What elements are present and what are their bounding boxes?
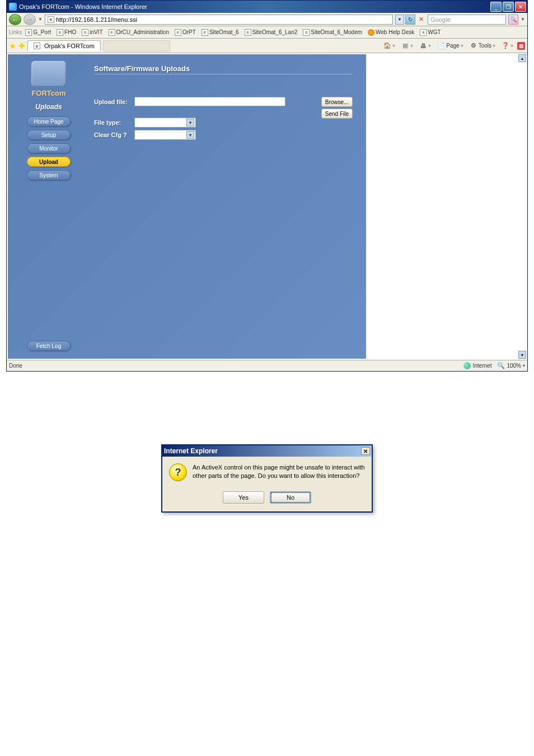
link-item[interactable]: Web Help Desk [366,28,416,37]
minimize-button[interactable]: _ [490,2,502,12]
refresh-button[interactable]: ↻ [405,15,415,25]
file-type-select[interactable]: Application ▾ [134,118,196,128]
add-favorites-icon[interactable]: ✚ [18,41,25,50]
send-file-button[interactable]: Send File [321,109,353,119]
search-placeholder: Google [430,16,450,23]
clear-cfg-value: No [136,132,144,138]
nav-fetchlog[interactable]: Fetch Log [27,341,71,351]
scroll-down-button[interactable]: ▾ [518,351,526,359]
link-item[interactable]: eFHO [54,28,78,37]
app-body: FORTcom Uploads Home Page Setup Monitor … [8,54,366,359]
section-header: Uploads [35,103,62,111]
search-input[interactable]: Google [428,15,506,25]
scroll-up-button[interactable]: ▴ [518,54,526,62]
links-label: Links [9,29,22,35]
help-square-icon[interactable]: ▦ [517,42,525,50]
maximize-button[interactable]: ❐ [503,2,514,12]
url-text: http://192.168.1.211/menu.ssi [56,16,137,23]
warning-icon: ? [169,463,187,481]
brand-label: FORTcom [31,89,65,97]
feed-button[interactable]: ▦▾ [399,41,415,51]
no-button[interactable]: No [270,491,311,504]
link-item[interactable]: eSiteOmat_6_Lan2 [242,28,300,37]
new-tab-button[interactable] [103,40,170,51]
upload-file-input[interactable] [134,97,285,106]
tab-active[interactable]: e Orpak's FORTcom [27,40,101,51]
upload-file-label: Upload file: [94,98,134,105]
window-title: Orpak's FORTcom - Windows Internet Explo… [19,3,147,10]
status-text: Done [9,363,22,369]
favorites-star-icon[interactable]: ★ [9,41,16,50]
home-button[interactable]: 🏠▾ [381,41,397,51]
tab-label: Orpak's FORTcom [44,43,95,49]
zoom-control[interactable]: 🔍 100% ▾ [497,362,525,369]
link-item[interactable]: eSiteOmat_6 [199,28,241,37]
nav-history-dropdown[interactable]: ▼ [38,17,43,22]
panel-title: Software/Firmware Uploads [94,64,353,74]
main-panel: Software/Firmware Uploads Upload file: F… [85,59,362,354]
file-type-label: File type: [94,119,134,126]
nav-home[interactable]: Home Page [27,116,71,126]
sidebar: FORTcom Uploads Home Page Setup Monitor … [12,59,85,354]
address-bar: ← → ▼ e http://192.168.1.211/menu.ssi ▾ … [7,13,527,26]
tab-page-icon: e [34,43,40,49]
close-button[interactable]: ✕ [515,2,526,12]
nav-system[interactable]: System [27,170,71,180]
link-item[interactable]: einVIT [79,28,105,37]
browser-window: Orpak's FORTcom - Windows Internet Explo… [6,0,528,372]
nav-upload[interactable]: Upload [27,157,71,167]
file-type-value: Application [136,119,170,126]
tab-bar: ★ ✚ e Orpak's FORTcom 🏠▾ ▦▾ 🖶▾ 📄Page▾ ⚙T… [7,39,527,53]
address-input[interactable]: e http://192.168.1.211/menu.ssi [45,15,393,25]
dialog-message: An ActiveX control on this page might be… [193,463,365,480]
tools-menu[interactable]: ⚙Tools▾ [467,41,498,51]
chevron-down-icon: ▾ [186,119,194,126]
page-content: FORTcom Uploads Home Page Setup Monitor … [7,53,527,360]
address-dropdown[interactable]: ▾ [395,15,404,25]
security-zone: Internet [463,362,492,369]
clear-cfg-select[interactable]: No ▾ [134,130,196,140]
page-icon: e [48,16,54,23]
nav-monitor[interactable]: Monitor [27,143,71,153]
title-bar: Orpak's FORTcom - Windows Internet Explo… [7,1,527,13]
logo-icon [31,61,66,87]
link-item[interactable]: eWGT [418,28,443,37]
print-button[interactable]: 🖶▾ [417,41,433,51]
status-bar: Done Internet 🔍 100% ▾ [7,360,527,371]
help-menu[interactable]: ❓▾ [499,41,516,51]
link-item[interactable]: eOrPT [172,28,198,37]
search-button[interactable]: 🔍 [508,15,518,25]
content-whitespace [367,53,527,360]
activex-dialog: Internet Explorer ✕ ? An ActiveX control… [161,444,373,513]
internet-zone-icon [463,362,471,369]
forward-button[interactable]: → [24,14,36,25]
clear-cfg-label: Clear Cfg ? [94,132,134,138]
chevron-down-icon: ▾ [186,131,194,139]
nav-setup[interactable]: Setup [27,130,71,140]
yes-button[interactable]: Yes [223,491,264,504]
stop-button[interactable]: ✕ [416,15,425,25]
dialog-title: Internet Explorer [164,447,218,455]
ie-icon [9,3,17,11]
back-button[interactable]: ← [9,14,21,25]
dialog-close-button[interactable]: ✕ [361,447,370,455]
link-item[interactable]: eG_Port [23,28,53,37]
dialog-title-bar: Internet Explorer ✕ [162,445,372,457]
link-item[interactable]: eOrCU_Administration [106,28,171,37]
page-menu[interactable]: 📄Page▾ [435,41,465,51]
links-bar: Links eG_Port eFHO einVIT eOrCU_Administ… [7,26,527,39]
browse-button[interactable]: Browse... [321,97,353,107]
link-item[interactable]: eSiteOmat_6_Modem [301,28,364,37]
search-dropdown[interactable]: ▼ [521,17,525,22]
